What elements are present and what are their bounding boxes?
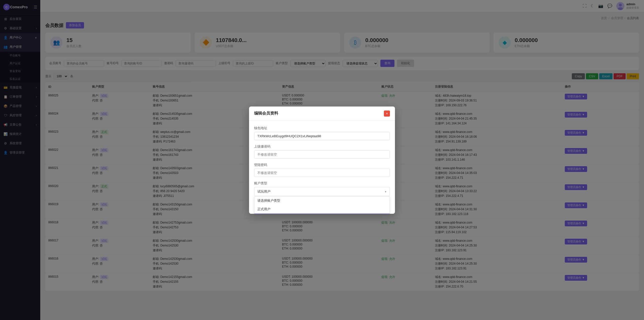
edit-member-modal: 编辑会员资料 × 钱包地址 上级邀请码 登陆密码 账户类型 试玩用户 xyxy=(249,106,395,214)
modal-body: 钱包地址 上级邀请码 登陆密码 账户类型 试玩用户 请选择账户类型 正式用户 试… xyxy=(249,121,395,214)
modal-header: 编辑会员资料 × xyxy=(249,106,395,121)
account-type-select-wrapper: 试玩用户 请选择账户类型 正式用户 试玩用户 xyxy=(254,187,390,196)
account-type-modal-select[interactable]: 试玩用户 xyxy=(254,187,390,196)
invite-code-modal-label: 上级邀请码 xyxy=(254,144,390,149)
dropdown-option-placeholder[interactable]: 请选择账户类型 xyxy=(254,196,390,205)
password-input[interactable] xyxy=(254,169,390,177)
password-group: 登陆密码 xyxy=(254,163,390,177)
account-type-modal-label: 账户类型 xyxy=(254,181,390,186)
modal-overlay[interactable]: 编辑会员资料 × 钱包地址 上级邀请码 登陆密码 账户类型 试玩用户 xyxy=(0,0,644,320)
dropdown-option-trial[interactable]: 试玩用户 xyxy=(254,214,390,214)
invite-code-group: 上级邀请码 xyxy=(254,144,390,159)
dropdown-option-formal[interactable]: 正式用户 xyxy=(254,205,390,214)
modal-title: 编辑会员资料 xyxy=(254,111,278,116)
account-type-dropdown: 请选择账户类型 正式用户 试玩用户 xyxy=(254,196,390,214)
wallet-address-input[interactable] xyxy=(254,132,390,140)
wallet-address-label: 钱包地址 xyxy=(254,126,390,130)
password-label: 登陆密码 xyxy=(254,163,390,167)
wallet-address-group: 钱包地址 xyxy=(254,126,390,140)
invite-code-modal-input[interactable] xyxy=(254,150,390,159)
account-type-group: 账户类型 试玩用户 请选择账户类型 正式用户 试玩用户 xyxy=(254,181,390,196)
modal-close-button[interactable]: × xyxy=(384,111,390,117)
